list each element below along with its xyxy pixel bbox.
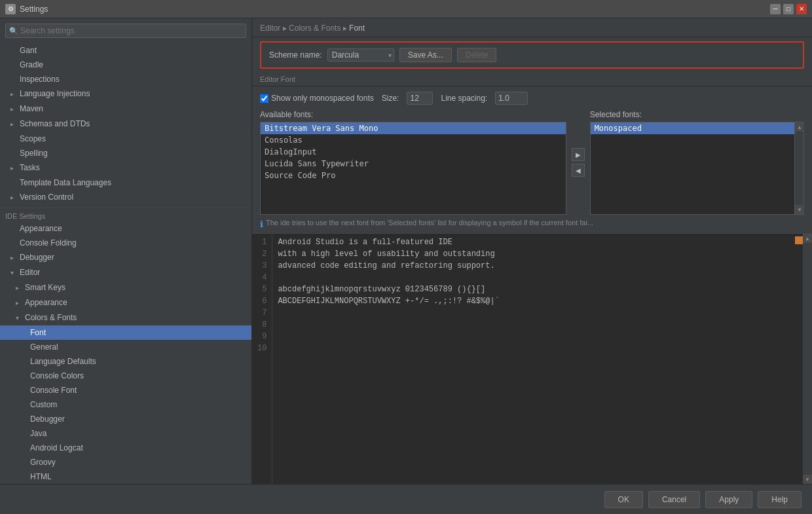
window-title: Settings: [20, 5, 770, 14]
size-input[interactable]: 12: [407, 92, 433, 105]
breadcrumb-font: Font: [349, 24, 365, 33]
sidebar-item-console-font[interactable]: Console Font: [0, 383, 251, 397]
delete-button[interactable]: Delete: [457, 48, 497, 62]
selected-scrollbar: ▲ ▼: [795, 122, 804, 215]
help-button[interactable]: Help: [758, 491, 802, 508]
sidebar-item-schemas[interactable]: Schemas and DTDs: [0, 117, 251, 132]
save-as-button[interactable]: Save As...: [399, 48, 452, 62]
sidebar-item-html[interactable]: HTML: [0, 469, 251, 484]
sidebar-item-tasks[interactable]: Tasks: [0, 160, 251, 175]
right-panel: Editor ▸ Colors & Fonts ▸ Font Scheme na…: [252, 18, 812, 484]
sidebar-item-colors-fonts[interactable]: Colors & Fonts: [0, 310, 251, 325]
preview-scroll-down[interactable]: ▼: [803, 475, 812, 484]
font-item-dialoginput[interactable]: DialogInput: [261, 146, 566, 158]
breadcrumb-editor: Editor: [260, 24, 280, 33]
add-font-arrow[interactable]: ▶: [572, 148, 585, 161]
sidebar-item-spelling[interactable]: Spelling: [0, 146, 251, 160]
sidebar-item-smart-keys[interactable]: Smart Keys: [0, 280, 251, 295]
sidebar-item-font[interactable]: Font: [0, 325, 251, 340]
preview-code: Android Studio is a full-featured IDE wi…: [272, 234, 803, 484]
sidebar-item-appearance[interactable]: Appearance: [0, 221, 251, 236]
breadcrumb: Editor ▸ Colors & Fonts ▸ Font: [252, 18, 812, 37]
app-icon: ⚙: [5, 4, 16, 14]
ok-button[interactable]: OK: [604, 491, 643, 508]
sidebar-item-gant[interactable]: Gant: [0, 43, 251, 58]
cancel-button[interactable]: Cancel: [648, 491, 700, 508]
sidebar-item-version-control[interactable]: Version Control: [0, 190, 251, 205]
selected-fonts-list: Monospaced: [590, 122, 795, 215]
breadcrumb-colors-fonts: Colors & Fonts: [289, 24, 341, 33]
sidebar-item-groovy[interactable]: Groovy: [0, 455, 251, 469]
scroll-up-button[interactable]: ▲: [795, 122, 804, 132]
font-options: Show only monospaced fonts Size: 12 Line…: [252, 86, 812, 110]
minimize-button[interactable]: ─: [770, 4, 781, 14]
scheme-row: Scheme name: Darcula Default High Contra…: [260, 41, 804, 69]
maximize-button[interactable]: □: [783, 4, 794, 14]
main-container: 🔍 Gant Gradle Inspections Language Injec…: [0, 18, 812, 514]
sidebar: 🔍 Gant Gradle Inspections Language Injec…: [0, 18, 252, 484]
available-fonts-container: Available fonts: Bitstream Vera Sans Mon…: [260, 110, 566, 215]
sidebar-item-debugger-sub[interactable]: Debugger: [0, 412, 251, 426]
search-box: 🔍: [5, 24, 246, 38]
window-controls: ─ □ ✕: [770, 4, 807, 14]
preview-indicator: [795, 236, 803, 244]
info-text-area: ℹ The ide tries to use the next font fro…: [252, 215, 812, 233]
sidebar-item-template-data[interactable]: Template Data Languages: [0, 175, 251, 190]
selected-fonts-container: Selected fonts: Monospaced ▲ ▼: [590, 110, 804, 215]
monospaced-checkbox-label[interactable]: Show only monospaced fonts: [260, 94, 374, 103]
font-transfer-arrows: ▶ ◀: [572, 148, 585, 177]
scroll-down-button[interactable]: ▼: [795, 205, 804, 214]
sidebar-item-java[interactable]: Java: [0, 426, 251, 441]
search-icon: 🔍: [9, 27, 18, 35]
preview-area: 1 2 3 4 5 6 7 8 9 10 Android Studio is a…: [252, 233, 812, 484]
bottom-bar: OK Cancel Apply Help: [0, 484, 812, 514]
sidebar-item-custom[interactable]: Custom: [0, 397, 251, 412]
selected-font-monospaced[interactable]: Monospaced: [591, 122, 794, 134]
info-icon: ℹ: [260, 219, 263, 229]
remove-font-arrow[interactable]: ◀: [572, 164, 585, 177]
apply-button[interactable]: Apply: [705, 491, 752, 508]
line-spacing-input[interactable]: 1.0: [495, 92, 528, 105]
sidebar-item-console-folding[interactable]: Console Folding: [0, 236, 251, 250]
content-area: 🔍 Gant Gradle Inspections Language Injec…: [0, 18, 812, 484]
close-button[interactable]: ✕: [796, 4, 807, 14]
titlebar: ⚙ Settings ─ □ ✕: [0, 0, 812, 18]
sidebar-item-language-injections[interactable]: Language Injections: [0, 86, 251, 101]
monospaced-checkbox[interactable]: [260, 94, 268, 103]
sidebar-item-gradle[interactable]: Gradle: [0, 58, 251, 72]
sidebar-item-console-colors[interactable]: Console Colors: [0, 369, 251, 383]
preview-scroll-up[interactable]: ▲: [803, 234, 812, 243]
font-item-source-code[interactable]: Source Code Pro: [261, 170, 566, 181]
sidebar-item-editor[interactable]: Editor: [0, 265, 251, 280]
line-spacing-label: Line spacing:: [441, 94, 487, 103]
font-item-bitstream[interactable]: Bitstream Vera Sans Mono: [261, 122, 566, 134]
scheme-select[interactable]: Darcula Default High Contrast: [327, 48, 394, 62]
sidebar-item-maven[interactable]: Maven: [0, 101, 251, 117]
sidebar-item-general[interactable]: General: [0, 340, 251, 354]
sidebar-item-inspections[interactable]: Inspections: [0, 72, 251, 86]
font-item-consolas[interactable]: Consolas: [261, 134, 566, 146]
sidebar-item-scopes[interactable]: Scopes: [0, 132, 251, 146]
monospaced-label: Show only monospaced fonts: [271, 94, 374, 103]
font-item-lucida[interactable]: Lucida Sans Typewriter: [261, 158, 566, 170]
sidebar-item-appearance-sub[interactable]: Appearance: [0, 295, 251, 310]
sidebar-item-android-logcat[interactable]: Android Logcat: [0, 441, 251, 455]
scheme-name-label: Scheme name:: [269, 50, 322, 60]
ide-settings-header: IDE Settings: [0, 208, 251, 221]
info-message: The ide tries to use the next font from …: [266, 219, 593, 227]
selected-fonts-label: Selected fonts:: [590, 110, 804, 119]
sidebar-item-debugger[interactable]: Debugger: [0, 250, 251, 265]
preview-scrollbar: ▲ ▼: [803, 234, 812, 484]
available-fonts-label: Available fonts:: [260, 110, 566, 119]
editor-font-section: Editor Font: [252, 73, 812, 86]
selected-list-with-scroll: Monospaced ▲ ▼: [590, 122, 804, 215]
search-input[interactable]: [5, 24, 246, 38]
available-fonts-list: Bitstream Vera Sans Mono Consolas Dialog…: [260, 122, 566, 215]
fonts-area: Available fonts: Bitstream Vera Sans Mon…: [252, 110, 812, 215]
size-label: Size:: [382, 94, 399, 103]
sidebar-item-language-defaults[interactable]: Language Defaults: [0, 354, 251, 369]
scheme-select-wrapper: Darcula Default High Contrast: [327, 48, 394, 62]
line-numbers: 1 2 3 4 5 6 7 8 9 10: [252, 234, 272, 484]
